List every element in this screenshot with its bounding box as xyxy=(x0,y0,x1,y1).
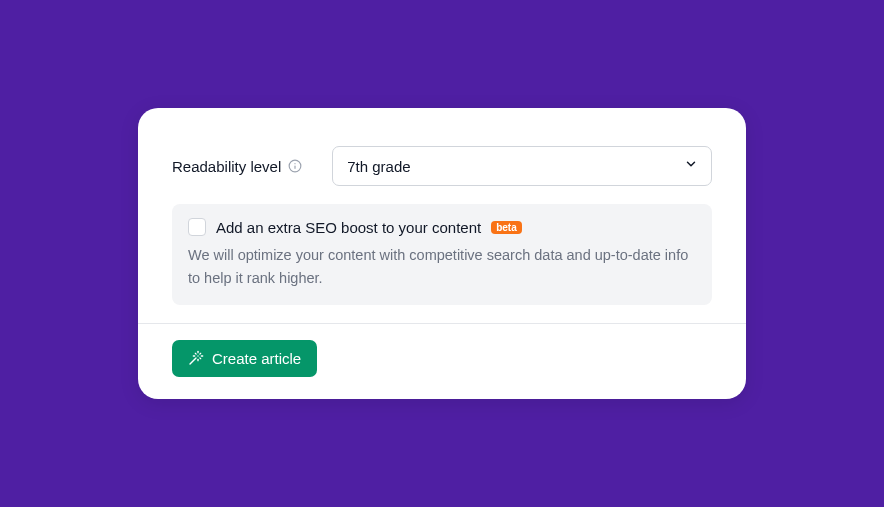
readability-select-wrapper: 7th grade xyxy=(332,146,712,186)
create-article-button[interactable]: Create article xyxy=(172,340,317,377)
seo-boost-label: Add an extra SEO boost to your content xyxy=(216,219,481,236)
readability-selected-value: 7th grade xyxy=(347,158,410,175)
readability-row: Readability level 7th grade xyxy=(172,146,712,186)
seo-boost-checkbox[interactable] xyxy=(188,218,206,236)
content-card: Readability level 7th grade Ad xyxy=(138,108,746,399)
seo-boost-checkbox-row: Add an extra SEO boost to your content b… xyxy=(188,218,696,236)
beta-badge: beta xyxy=(491,221,522,234)
readability-label: Readability level xyxy=(172,158,281,175)
readability-select[interactable]: 7th grade xyxy=(332,146,712,186)
seo-boost-description: We will optimize your content with compe… xyxy=(188,244,696,289)
readability-label-group: Readability level xyxy=(172,158,302,175)
footer: Create article xyxy=(172,324,712,399)
info-icon[interactable] xyxy=(288,159,302,173)
wand-icon xyxy=(188,350,204,366)
create-article-label: Create article xyxy=(212,350,301,367)
seo-boost-box: Add an extra SEO boost to your content b… xyxy=(172,204,712,305)
